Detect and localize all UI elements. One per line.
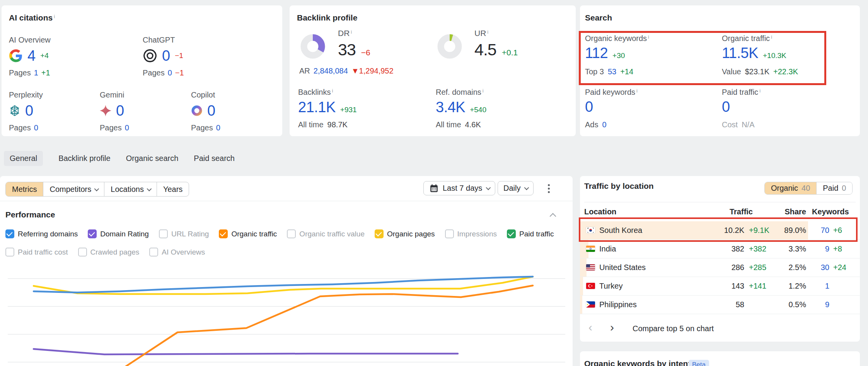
tab-general[interactable]: General (4, 151, 43, 166)
location-row-turkey[interactable]: Turkey 143 +141 1.2% 1 (580, 277, 860, 296)
info-icon[interactable]: i (771, 34, 772, 40)
info-icon[interactable]: i (759, 88, 761, 94)
competitors-dropdown[interactable]: Competitors (43, 182, 104, 196)
toggle-organic[interactable]: Organic40 (765, 182, 816, 194)
ai-overview-delta: +4 (40, 51, 49, 60)
google-icon (9, 49, 23, 63)
checkbox-paid-traffic[interactable]: Paid traffic (507, 229, 554, 238)
value-delta: +22.3K (773, 67, 798, 76)
tab-organic-search[interactable]: Organic search (126, 154, 179, 163)
keywords-value[interactable]: 9 (802, 300, 829, 309)
keywords-value[interactable]: 70 (802, 226, 829, 235)
ads-value[interactable]: 0 (602, 120, 606, 129)
info-icon[interactable]: i (636, 88, 638, 94)
copilot-icon (191, 105, 203, 116)
info-icon[interactable]: i (487, 29, 488, 35)
dr-donut-chart (300, 34, 325, 59)
collapse-section-icon[interactable] (550, 213, 556, 220)
refdomains-alltime-label: All time (436, 120, 461, 129)
ar-value[interactable]: 2,848,084 (314, 67, 348, 75)
competitors-label: Competitors (49, 185, 91, 194)
info-icon[interactable]: i (648, 34, 649, 40)
paid-traffic-value[interactable]: 0 (722, 99, 730, 115)
location-row-south-korea[interactable]: South Korea 10.2K +9.1K 89.0% 70 +6 (580, 221, 860, 240)
backlinks-value[interactable]: 21.1K (298, 99, 336, 116)
traffic-value: 286 (694, 263, 744, 272)
keywords-value[interactable]: 1 (802, 282, 829, 291)
pages-value[interactable]: 0 (216, 123, 220, 132)
paid-keywords-value[interactable]: 0 (585, 99, 593, 115)
perplexity-value[interactable]: 0 (25, 103, 33, 119)
keywords-delta: +24 (833, 263, 846, 272)
copilot-value[interactable]: 0 (207, 103, 215, 119)
location-name: South Korea (599, 226, 642, 235)
pages-value[interactable]: 1 (34, 68, 38, 77)
organic-traffic-value[interactable]: 11.5K (722, 45, 758, 62)
column-header-keywords[interactable]: Keywords (812, 207, 848, 216)
pages-value[interactable]: 0 (125, 123, 129, 132)
info-icon[interactable]: i (351, 29, 352, 35)
checkbox-impressions[interactable]: Impressions (445, 229, 497, 238)
ai-overview-value[interactable]: 4 (27, 48, 36, 64)
share-bar (580, 258, 587, 277)
column-header-location[interactable]: Location (584, 207, 616, 216)
keywords-value[interactable]: 30 (802, 263, 829, 272)
location-row-united-states[interactable]: United States 286 +285 2.5% 30 +24 (580, 258, 860, 277)
chatgpt-value[interactable]: 0 (162, 48, 170, 64)
checkbox-url-rating[interactable]: URL Rating (159, 229, 209, 238)
gemini-value[interactable]: 0 (116, 103, 124, 119)
gemini-icon (100, 105, 111, 116)
organic-keywords-label: Organic keywords (585, 34, 647, 43)
more-options-button[interactable] (548, 184, 550, 193)
granularity-dropdown[interactable]: Daily (498, 181, 534, 195)
checkbox-organic-pages[interactable]: Organic pages (375, 229, 435, 238)
checkbox-organic-traffic-value[interactable]: Organic traffic value (287, 229, 365, 238)
checkbox-referring-domains[interactable]: Referring domains (5, 229, 78, 238)
top3-delta: +14 (620, 67, 633, 76)
refdomains-value[interactable]: 3.4K (436, 99, 465, 116)
united-states-flag-icon (586, 264, 595, 270)
metrics-tab-button[interactable]: Metrics (6, 182, 43, 196)
pages-label: Pages (100, 123, 122, 132)
toggle-paid[interactable]: Paid0 (816, 182, 852, 194)
info-icon[interactable]: i (332, 88, 333, 94)
tab-backlink-profile[interactable]: Backlink profile (58, 154, 111, 163)
info-icon[interactable]: i (483, 88, 484, 94)
keywords-value[interactable]: 9 (802, 245, 829, 253)
tab-paid-search[interactable]: Paid search (194, 154, 235, 163)
checkbox-ai-overviews[interactable]: AI Overviews (149, 248, 205, 257)
locations-dropdown[interactable]: Locations (104, 182, 157, 196)
checkbox-paid-traffic-cost[interactable]: Paid traffic cost (5, 248, 68, 257)
toggle-paid-count: 0 (842, 184, 846, 193)
column-header-share[interactable]: Share (771, 207, 806, 216)
backlink-profile-title: Backlink profile (297, 13, 357, 22)
top3-value[interactable]: 53 (608, 67, 616, 76)
toggle-paid-label: Paid (823, 184, 838, 193)
perplexity-icon (9, 105, 20, 116)
performance-line-chart[interactable] (0, 259, 573, 366)
backlink-profile-card: Backlink profile DRi 33 −6 AR 2,848,084 … (290, 5, 576, 136)
chevron-down-icon (524, 185, 529, 190)
next-page-button[interactable]: › (610, 322, 614, 333)
dr-value: 33 (338, 40, 356, 59)
checkbox-domain-rating[interactable]: Domain Rating (88, 229, 149, 238)
location-row-india[interactable]: India 382 +382 3.3% 9 +8 (580, 240, 860, 258)
toggle-organic-label: Organic (771, 184, 798, 193)
backlinks-alltime-value: 98.7K (327, 120, 348, 129)
column-header-traffic[interactable]: Traffic (695, 207, 753, 216)
pages-value[interactable]: 0 (168, 68, 172, 77)
organic-keywords-value[interactable]: 112 (585, 45, 608, 62)
traffic-delta: +285 (749, 263, 766, 272)
previous-page-button[interactable]: ‹ (588, 322, 592, 333)
checkbox-crawled-pages[interactable]: Crawled pages (78, 248, 140, 257)
ai-overview-block: AI Overview 4 +4 Pages1+1 (9, 36, 136, 86)
date-range-dropdown[interactable]: Last 7 days (423, 181, 495, 195)
pages-value[interactable]: 0 (34, 123, 38, 132)
checkbox-organic-traffic[interactable]: Organic traffic (219, 229, 277, 238)
info-icon[interactable]: i (54, 14, 55, 19)
years-tab-button[interactable]: Years (157, 182, 189, 196)
pages-delta: −1 (175, 68, 184, 77)
location-row-philippines[interactable]: Philippines 58 0.5% 9 (580, 296, 860, 314)
keywords-delta: +8 (833, 245, 842, 253)
compare-top5-link[interactable]: Compare top 5 on chart (633, 324, 714, 333)
